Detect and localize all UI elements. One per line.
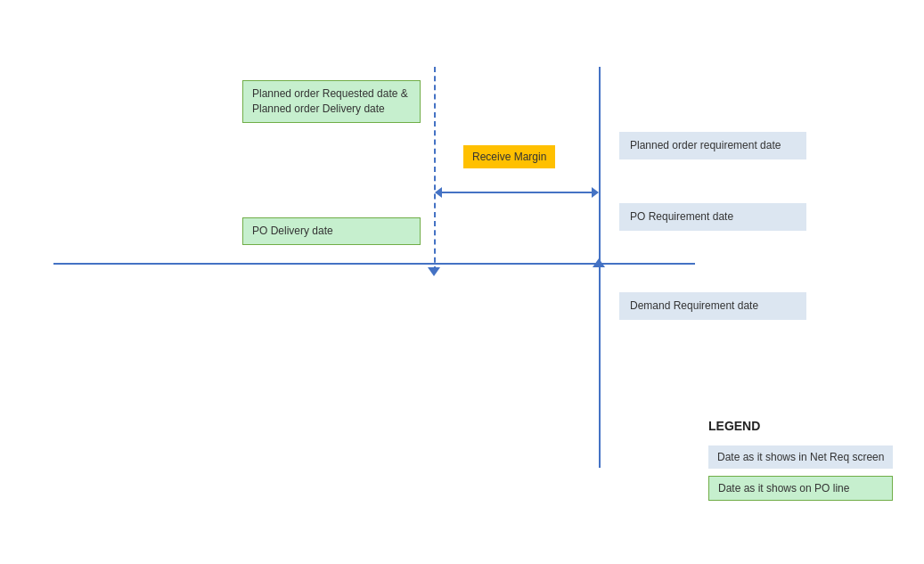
dbl-arrow-line bbox=[441, 192, 593, 193]
po-delivery-label: PO Delivery date bbox=[252, 225, 333, 237]
planned-order-req-label: Planned order requirement date bbox=[630, 139, 781, 151]
demand-requirement-label: Demand Requirement date bbox=[630, 299, 758, 312]
legend: LEGEND Date as it shows in Net Req scree… bbox=[708, 419, 893, 508]
legend-po-line: Date as it shows on PO line bbox=[708, 476, 893, 501]
po-requirement-label: PO Requirement date bbox=[630, 210, 733, 223]
planned-order-req-box: Planned order requirement date bbox=[619, 132, 806, 159]
vline-solid-right bbox=[599, 67, 601, 468]
receive-margin-label: Receive Margin bbox=[472, 151, 546, 163]
legend-title: LEGEND bbox=[708, 419, 893, 433]
po-requirement-box: PO Requirement date bbox=[619, 203, 806, 231]
arrow-down-left bbox=[428, 267, 440, 276]
arrow-up-right bbox=[593, 258, 605, 267]
legend-net-req: Date as it shows in Net Req screen bbox=[708, 445, 893, 469]
diagram-area: Planned order Requested date &Planned or… bbox=[0, 0, 924, 564]
po-delivery-box: PO Delivery date bbox=[242, 217, 421, 245]
planned-order-box: Planned order Requested date &Planned or… bbox=[242, 80, 421, 123]
demand-requirement-box: Demand Requirement date bbox=[619, 292, 806, 320]
planned-order-label: Planned order Requested date &Planned or… bbox=[252, 87, 408, 115]
receive-margin-box: Receive Margin bbox=[463, 145, 555, 168]
double-arrow bbox=[441, 185, 593, 200]
vline-dashed-left bbox=[434, 67, 436, 272]
